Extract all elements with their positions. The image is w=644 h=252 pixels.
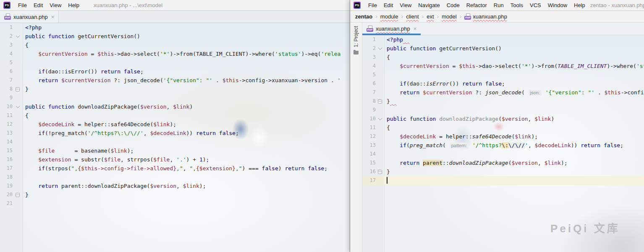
line-number: 2 xyxy=(362,44,376,53)
menu-item-view[interactable]: View xyxy=(396,2,415,8)
line-number: 21 xyxy=(0,199,13,208)
menu-item-tools[interactable]: Tools xyxy=(507,2,526,8)
left-code-editor[interactable]: 1<?php2public function getCurrentVersion… xyxy=(0,23,350,252)
breadcrumb-item-zentao[interactable]: zentao xyxy=(355,13,372,20)
fold-strip xyxy=(376,97,384,106)
fold-strip xyxy=(13,58,23,67)
close-icon[interactable]: × xyxy=(414,26,417,32)
menu-item-help[interactable]: Help xyxy=(65,2,83,8)
breadcrumb-item-ext[interactable]: ext xyxy=(427,13,434,20)
breadcrumb-item-client[interactable]: client xyxy=(406,13,419,20)
fold-strip xyxy=(13,111,23,120)
chevron-icon: › xyxy=(401,13,403,20)
code-text: <?php xyxy=(384,35,644,44)
code-line-1: 1<?php xyxy=(0,23,350,32)
chevron-icon: › xyxy=(460,13,462,20)
php-file-icon: PHP xyxy=(367,26,373,32)
code-text xyxy=(384,106,644,114)
line-number: 12 xyxy=(0,120,13,129)
code-line-7: 7 return $currentVersion ?: json_decode(… xyxy=(0,76,350,85)
code-text xyxy=(384,150,644,158)
line-number: 3 xyxy=(362,53,376,62)
menu-item-file[interactable]: File xyxy=(15,2,30,8)
line-number: 5 xyxy=(0,58,13,67)
menu-item-edit[interactable]: Edit xyxy=(380,2,396,8)
menu-item-run[interactable]: Run xyxy=(490,2,507,8)
line-number: 6 xyxy=(362,79,376,88)
left-menu-bar: FileEditViewHelp xyxy=(15,2,83,8)
line-number: 7 xyxy=(0,76,13,85)
right-code-editor[interactable]: 1<?php 2public function getCurrentVersio… xyxy=(362,35,644,252)
breadcrumb-item-model[interactable]: model xyxy=(442,13,456,20)
line-number: 17 xyxy=(362,176,376,185)
fold-strip xyxy=(376,53,384,62)
code-text: if(!preg_match('/^https?\:\/\//', $decod… xyxy=(23,129,350,138)
menu-item-navigate[interactable]: Navigate xyxy=(415,2,443,8)
menu-item-refactor[interactable]: Refactor xyxy=(463,2,490,8)
menu-item-window[interactable]: Window xyxy=(545,2,571,8)
code-text: $currentVersion = $this->dao->select('*'… xyxy=(384,62,644,70)
fold-icon[interactable] xyxy=(378,116,382,120)
fold-icon[interactable] xyxy=(16,87,20,91)
error-squiggle xyxy=(390,98,397,104)
code-line-4: 4 $currentVersion = $this->dao->select('… xyxy=(362,62,644,70)
line-number: 11 xyxy=(362,123,376,132)
code-text: return parent::downloadZipPackage($versi… xyxy=(23,182,350,190)
line-number: 16 xyxy=(362,167,376,176)
code-text: public function downloadZipPackage($vers… xyxy=(23,102,350,111)
line-number: 4 xyxy=(362,62,376,70)
code-line-13: 13 if(preg_match( pattern: '/^https?\:\/… xyxy=(362,141,644,150)
menu-item-help[interactable]: Help xyxy=(571,2,589,8)
project-tool-button[interactable]: 1: Project xyxy=(353,26,359,47)
line-number: 6 xyxy=(0,67,13,76)
fold-strip xyxy=(376,79,384,88)
fold-strip xyxy=(376,176,384,185)
code-text: if(dao::isError()) return false; xyxy=(384,79,644,88)
right-editor-tab[interactable]: PHP xuanxuan.php × xyxy=(362,23,421,35)
fold-icon[interactable] xyxy=(378,99,382,104)
code-line-20: 20} xyxy=(0,190,350,199)
fold-icon[interactable] xyxy=(16,34,20,38)
code-line-5: 5 xyxy=(362,70,644,79)
close-icon[interactable]: × xyxy=(51,14,55,20)
menu-item-file[interactable]: File xyxy=(365,2,380,8)
line-number: 15 xyxy=(362,158,376,167)
code-line-16: 16 $extension = substr($file, strrpos($f… xyxy=(0,155,350,164)
breadcrumb-item-module[interactable]: module xyxy=(380,13,398,20)
code-line-12: 12 $decodeLink = helper::safe64Decode($l… xyxy=(0,120,350,129)
right-tab-label: xuanxuan.php xyxy=(376,26,410,32)
fold-icon[interactable] xyxy=(16,193,20,197)
code-line-12: 12 $decodeLink = helper::safe64Decode($l… xyxy=(362,132,644,141)
code-line-3: 3{ xyxy=(0,41,350,49)
code-text: } xyxy=(384,97,644,106)
fold-strip xyxy=(13,41,23,49)
fold-strip xyxy=(376,123,384,132)
line-number: 8 xyxy=(0,85,13,94)
menu-item-edit[interactable]: Edit xyxy=(30,2,46,8)
code-text: } xyxy=(23,85,350,94)
code-text: if(strpos(",{$this->config->file->allowe… xyxy=(23,164,350,173)
left-editor-tab[interactable]: PHP xuanxuan.php × xyxy=(0,11,59,23)
code-line-6: 6 if(dao::isError()) return false; xyxy=(362,79,644,88)
code-text: { xyxy=(384,123,644,132)
code-text: public function getCurrentVersion() xyxy=(384,44,644,53)
code-line-11: 11{ xyxy=(0,111,350,120)
fold-icon[interactable] xyxy=(378,170,382,174)
menu-item-view[interactable]: View xyxy=(46,2,65,8)
left-titlebar: PS FileEditViewHelp xuanxuan.php - ...\e… xyxy=(0,0,350,11)
fold-strip xyxy=(13,94,23,102)
code-line-9: 9 xyxy=(362,106,644,114)
code-line-7: 7 return $currentVersion ?: json_decode(… xyxy=(362,88,644,97)
menu-item-code[interactable]: Code xyxy=(443,2,463,8)
code-line-9: 9 xyxy=(0,94,350,102)
fold-strip xyxy=(13,23,23,32)
line-number: 17 xyxy=(0,164,13,173)
breadcrumb-item-xuanxuan-php[interactable]: PHPxuanxuan.php xyxy=(464,13,507,20)
code-text: { xyxy=(384,53,644,62)
menu-item-vcs[interactable]: VCS xyxy=(526,2,545,8)
fold-icon[interactable] xyxy=(378,46,382,50)
line-number: 13 xyxy=(0,129,13,138)
code-line-11: 11{ xyxy=(362,123,644,132)
fold-icon[interactable] xyxy=(16,104,20,108)
code-text: $decodeLink = helper::safe64Decode($link… xyxy=(384,132,644,141)
